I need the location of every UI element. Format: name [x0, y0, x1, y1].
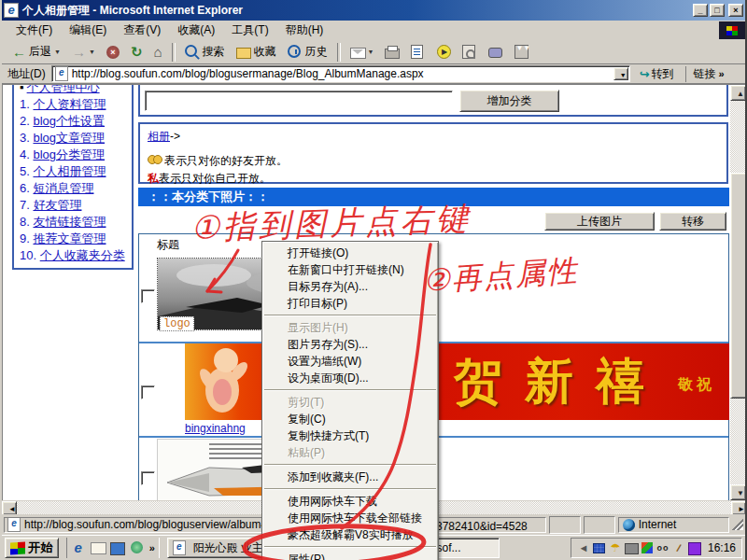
- sidebar-item-label[interactable]: blog个性设置: [33, 114, 105, 128]
- start-button[interactable]: 开始: [5, 538, 59, 558]
- close-button[interactable]: ×: [728, 4, 743, 17]
- menubar-item[interactable]: 查看(V): [115, 21, 169, 40]
- address-url[interactable]: http://blog.soufun.com/blog/blogusermana…: [72, 67, 424, 80]
- home-button[interactable]: ⌂: [148, 43, 166, 61]
- vertical-scrollbar[interactable]: ▲ ▼: [730, 85, 746, 500]
- photo-checkbox[interactable]: [141, 289, 155, 303]
- sidebar-item-label[interactable]: 推荐文章管理: [33, 231, 106, 245]
- category-name-input[interactable]: [145, 91, 453, 111]
- menubar-item[interactable]: 编辑(E): [61, 21, 115, 40]
- back-button[interactable]: ← 后退 ▼: [7, 42, 65, 62]
- transfer-button[interactable]: 转移: [659, 212, 726, 231]
- go-button[interactable]: ↪ 转到: [636, 65, 678, 83]
- scroll-down-button[interactable]: ▼: [730, 484, 746, 500]
- address-dropdown-button[interactable]: ▼: [613, 67, 628, 80]
- add-category-button[interactable]: 增加分类: [459, 90, 559, 112]
- minimize-button[interactable]: _: [693, 4, 708, 17]
- sidebar-item[interactable]: 10. 个人收藏夹分类: [20, 247, 128, 264]
- photo-checkbox[interactable]: [141, 385, 155, 399]
- scroll-up-button[interactable]: ▲: [730, 85, 746, 101]
- context-menu-item[interactable]: 设置为墙纸(W): [262, 353, 438, 370]
- context-menu-item[interactable]: 使用网际快车下载全部链接: [262, 510, 438, 526]
- forward-dropdown-icon[interactable]: ▼: [89, 49, 95, 55]
- photo-checkbox[interactable]: [141, 471, 155, 485]
- sidebar-item[interactable]: 4. blog分类管理: [20, 147, 128, 163]
- resize-grip[interactable]: [732, 519, 743, 530]
- address-input[interactable]: e http://blog.soufun.com/blog/bloguserma…: [51, 65, 630, 82]
- purple-app-icon[interactable]: [688, 542, 701, 555]
- mail-button[interactable]: ▼: [345, 43, 379, 61]
- sidebar-item[interactable]: 1. 个人资料管理: [20, 96, 128, 113]
- restore-button[interactable]: □: [710, 4, 725, 17]
- history-button[interactable]: 历史: [283, 42, 332, 62]
- context-menu-item[interactable]: 剪切(T): [262, 394, 438, 411]
- context-menu-item[interactable]: 复制快捷方式(T): [262, 427, 438, 444]
- scrollbar-thumb[interactable]: [730, 173, 746, 399]
- stop-button[interactable]: ×: [102, 44, 124, 61]
- photo-label-logo[interactable]: logo: [160, 316, 194, 331]
- sidebar-item-label[interactable]: blog文章管理: [33, 131, 105, 145]
- menubar-item[interactable]: 帮助(H): [277, 21, 332, 40]
- sidebar-item[interactable]: 7. 好友管理: [20, 197, 128, 214]
- firewall-icon[interactable]: [593, 543, 605, 553]
- menubar-item[interactable]: 工具(T): [223, 21, 276, 40]
- search-button[interactable]: 搜索: [180, 42, 230, 62]
- pen-icon[interactable]: /: [670, 539, 687, 556]
- context-menu-item[interactable]: 显示图片(H): [262, 319, 438, 336]
- sidebar-item-label[interactable]: 个人相册管理: [33, 164, 106, 178]
- context-menu-item[interactable]: 图片另存为(S)...: [262, 336, 438, 353]
- photo-label-bingxinahng[interactable]: bingxinahng: [185, 422, 246, 435]
- mail-dropdown-icon[interactable]: ▼: [368, 49, 374, 55]
- context-menu-item[interactable]: 粘贴(P): [262, 444, 438, 461]
- sidebar-item[interactable]: 9. 推荐文章管理: [20, 231, 128, 247]
- context-menu-item[interactable]: 打印目标(P): [262, 295, 438, 312]
- sidebar-item[interactable]: 2. blog个性设置: [20, 113, 128, 130]
- context-menu-item[interactable]: 使用网际快车下载: [262, 493, 438, 510]
- back-dropdown-icon[interactable]: ▼: [54, 49, 61, 55]
- title-bar[interactable]: e 个人相册管理 - Microsoft Internet Explorer _…: [2, 0, 745, 21]
- tools-button[interactable]: [458, 43, 482, 61]
- network-icon[interactable]: [625, 543, 639, 554]
- context-menu-item[interactable]: 添加到收藏夹(F)...: [262, 469, 438, 485]
- phone-button[interactable]: [484, 43, 508, 61]
- sidebar-item-label[interactable]: 友情链接管理: [33, 215, 106, 229]
- menubar-item[interactable]: 收藏(A): [169, 21, 223, 40]
- menubar-item[interactable]: 文件(F): [7, 21, 61, 40]
- sidebar-item-label[interactable]: blog分类管理: [33, 147, 105, 161]
- edit-button[interactable]: [406, 43, 430, 61]
- links-chevron-icon[interactable]: »: [719, 68, 725, 79]
- quicklaunch-ie-icon[interactable]: e: [71, 540, 86, 555]
- eyes-icon[interactable]: oo: [656, 541, 669, 554]
- upload-image-button[interactable]: 上传图片: [544, 212, 655, 231]
- sidebar-item-label[interactable]: 个人资料管理: [33, 97, 106, 111]
- links-bar[interactable]: 链接 »: [685, 66, 725, 82]
- album-link[interactable]: 相册: [148, 130, 170, 143]
- quicklaunch-desktop-icon[interactable]: [110, 542, 125, 555]
- sidebar-item[interactable]: 3. blog文章管理: [20, 130, 128, 147]
- quicklaunch-mail-icon[interactable]: [91, 542, 106, 554]
- download-dropzone-button[interactable]: ▼▼: [510, 43, 533, 61]
- refresh-button[interactable]: ↻: [126, 43, 148, 61]
- sidebar-item[interactable]: 5. 个人相册管理: [20, 163, 128, 180]
- sidebar-item-label[interactable]: 个人收藏夹分类: [40, 248, 125, 262]
- print-button[interactable]: [380, 43, 404, 61]
- context-menu-item[interactable]: 复制(C): [262, 411, 438, 427]
- antivirus-umbrella-icon[interactable]: ☂: [609, 541, 622, 554]
- scroll-right-button[interactable]: ►: [731, 501, 746, 515]
- sidebar-item[interactable]: 6. 短消息管理: [20, 180, 128, 197]
- sidebar-item-label[interactable]: 好友管理: [33, 198, 81, 212]
- context-menu-item[interactable]: 打开链接(O): [262, 245, 438, 261]
- sidebar-item-label[interactable]: 短消息管理: [33, 181, 93, 195]
- cube-app-icon[interactable]: [641, 542, 653, 553]
- quicklaunch-msn-icon[interactable]: [131, 541, 143, 553]
- context-menu-item[interactable]: 豪杰超级解霸V8实时播放: [262, 526, 438, 543]
- context-menu-item[interactable]: 目标另存为(A)...: [262, 278, 438, 295]
- context-menu-item[interactable]: 在新窗口中打开链接(N): [262, 261, 438, 278]
- scroll-left-button[interactable]: ◄: [2, 501, 17, 515]
- messenger-button[interactable]: ▶: [432, 43, 456, 61]
- volume-icon[interactable]: ◄: [577, 541, 590, 554]
- context-menu-item[interactable]: 属性(P): [262, 551, 438, 560]
- context-menu-item[interactable]: 设为桌面项(D)...: [262, 370, 438, 386]
- sidebar-item[interactable]: 8. 友情链接管理: [20, 214, 128, 231]
- sidebar-header[interactable]: 个人管理中心: [20, 85, 128, 96]
